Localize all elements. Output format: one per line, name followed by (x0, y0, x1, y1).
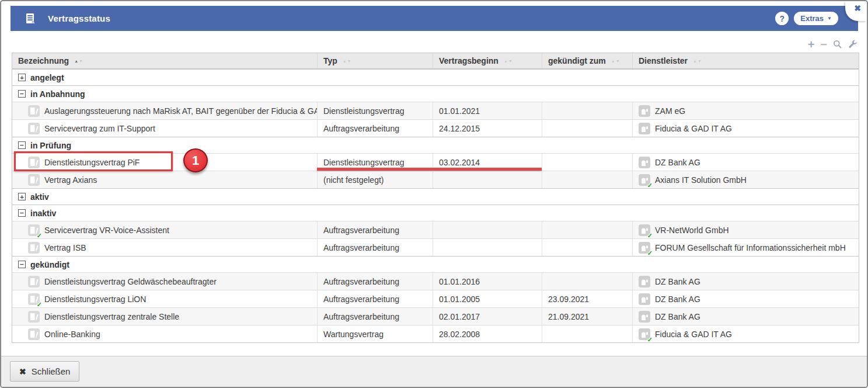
help-button[interactable]: ? (775, 12, 789, 25)
cell-bezeichnung: Dienstleistungsvertrag zentrale Stelle (12, 308, 318, 325)
cell-gekuendigt-zum (542, 325, 633, 342)
contract-name: Vertrag Axians (44, 175, 97, 185)
check-icon: ✓ (37, 301, 42, 308)
cell-gekuendigt-zum (542, 171, 633, 188)
group-row[interactable]: −in Prüfung (12, 137, 859, 153)
collapse-icon[interactable]: − (18, 90, 26, 98)
table-row[interactable]: Auslagerungssteuerung nach MaRisk AT, BA… (12, 102, 859, 119)
cell-gekuendigt-zum (542, 239, 633, 256)
document-icon (24, 12, 36, 25)
table-row[interactable]: Vertrag ISBAuftragsverarbeitung✓FORUM Ge… (12, 238, 859, 256)
contract-icon (28, 174, 40, 186)
cell-dienstleister: Fiducia & GAD IT AG (633, 120, 859, 137)
cell-bezeichnung: ✓Dienstleistungsvertrag LiON (12, 290, 318, 307)
cell-vertragsbeginn: 02.01.2017 (433, 308, 542, 325)
table-row[interactable]: ✓Dienstleistungsvertrag LiONAuftragsvera… (12, 290, 859, 307)
cell-bezeichnung: Dienstleistungsvertrag Geldwäschebeauftr… (12, 273, 318, 290)
column-header-4[interactable]: Dienstleister▲▼ (633, 53, 859, 68)
table-row[interactable]: ✓Servicevertrag VR-Voice-AssistentAuftra… (12, 221, 859, 238)
search-icon[interactable] (833, 40, 842, 49)
sort-icons: ▲▼ (74, 59, 83, 63)
company-icon (639, 105, 650, 117)
group-row[interactable]: +aktiv (12, 188, 859, 205)
table-row[interactable]: Vertrag Axians(nicht festgelegt)✓Axians … (12, 171, 859, 188)
provider-name: Fiducia & GAD IT AG (655, 330, 732, 339)
contract-name: Dienstleistungsvertrag Geldwäschebeauftr… (44, 277, 217, 286)
company-icon (639, 157, 650, 168)
cell-bezeichnung: Online-Banking (12, 325, 318, 342)
contract-icon (28, 276, 40, 287)
check-icon: ✓ (647, 182, 653, 189)
group-row[interactable]: −inaktiv (12, 205, 859, 221)
footer-bar: ✖ Schließen (1, 356, 867, 387)
cell-vertragsbeginn: 01.01.2016 (433, 273, 542, 290)
add-icon[interactable]: + (808, 40, 815, 49)
wrench-icon[interactable] (848, 40, 857, 49)
cell-vertragsbeginn (433, 221, 542, 238)
table-row[interactable]: Dienstleistungsvertrag Geldwäschebeauftr… (12, 272, 859, 290)
table-row[interactable]: Dienstleistungsvertrag zentrale StelleAu… (12, 307, 859, 325)
column-header-2[interactable]: Vertragsbeginn▲▼ (433, 53, 542, 68)
sort-icons: ▲▼ (343, 59, 352, 63)
cell-typ: Auftragsverarbeitung (318, 273, 433, 290)
sort-asc-icon: ▲ (693, 59, 698, 63)
provider-name: VR-NetWorld GmbH (655, 226, 729, 235)
table-row[interactable]: Servicevertrag zum IT-SupportAuftragsver… (12, 119, 859, 137)
contract-status-window: Vertragsstatus ? Extras ▼ ✖ + − Bezeichn… (0, 0, 868, 388)
cell-typ: Wartungsvertrag (318, 325, 433, 342)
cell-vertragsbeginn: 01.01.2005 (433, 290, 542, 307)
extras-button[interactable]: Extras ▼ (794, 12, 838, 25)
expand-icon[interactable]: + (18, 74, 26, 81)
cell-typ: Auftragsverarbeitung (318, 239, 433, 256)
cell-dienstleister: DZ Bank AG (633, 154, 859, 171)
sort-icons: ▲▼ (611, 59, 621, 63)
cell-dienstleister: ✓Axians IT Solution GmbH (633, 171, 859, 188)
cell-bezeichnung: Auslagerungssteuerung nach MaRisk AT, BA… (12, 102, 318, 119)
collapse-icon[interactable]: − (18, 141, 26, 149)
check-icon: ✓ (37, 232, 42, 239)
company-icon: ✓ (639, 174, 650, 186)
collapse-icon[interactable]: − (18, 209, 26, 217)
column-header-3[interactable]: gekündigt zum▲▼ (542, 53, 633, 68)
collapse-icon[interactable]: − (18, 261, 26, 268)
check-icon: ✓ (647, 336, 653, 343)
cell-gekuendigt-zum: 21.09.2021 (542, 308, 633, 325)
cell-typ: Dienstleistungsvertrag (318, 102, 433, 119)
table-toolbar: + − (808, 40, 857, 49)
schliessen-label: Schließen (32, 366, 71, 376)
contract-icon: ✓ (28, 293, 40, 305)
group-label: angelegt (30, 73, 64, 82)
cell-bezeichnung: Servicevertrag zum IT-Support (12, 120, 318, 137)
sort-asc-icon: ▲ (74, 59, 79, 63)
group-row[interactable]: −in Anbahnung (12, 85, 859, 102)
remove-icon[interactable]: − (820, 40, 827, 49)
schliessen-button[interactable]: ✖ Schließen (10, 361, 79, 382)
column-header-0[interactable]: Bezeichnung▲▼ (12, 53, 318, 68)
group-row[interactable]: +angelegt (12, 69, 859, 85)
chevron-down-icon: ▼ (827, 16, 832, 21)
cell-vertragsbeginn: 28.02.2008 (433, 325, 542, 342)
provider-name: Axians IT Solution GmbH (655, 175, 747, 185)
cell-bezeichnung: Vertrag Axians (12, 171, 318, 188)
sort-desc-icon: ▼ (698, 59, 702, 63)
group-label: in Prüfung (30, 141, 71, 150)
contract-name: Online-Banking (44, 330, 100, 339)
table-header-row: Bezeichnung▲▼Typ▲▼Vertragsbeginn▲▼gekünd… (12, 53, 859, 69)
contract-icon: ✓ (28, 224, 40, 236)
provider-name: DZ Bank AG (655, 295, 700, 304)
cell-dienstleister: DZ Bank AG (633, 308, 859, 325)
table-row[interactable]: Online-BankingWartungsvertrag28.02.2008✓… (12, 325, 859, 342)
cell-gekuendigt-zum (542, 221, 633, 238)
cell-dienstleister: ✓Fiducia & GAD IT AG (633, 325, 859, 342)
cell-vertragsbeginn (433, 239, 542, 256)
sort-desc-icon: ▼ (616, 59, 621, 63)
column-header-1[interactable]: Typ▲▼ (318, 53, 433, 68)
cell-gekuendigt-zum (542, 102, 633, 119)
group-row[interactable]: −gekündigt (12, 256, 859, 272)
close-x-icon: ✖ (19, 367, 26, 376)
sort-icons: ▲▼ (504, 59, 513, 63)
provider-name: Fiducia & GAD IT AG (655, 124, 732, 133)
expand-icon[interactable]: + (18, 193, 26, 200)
cell-dienstleister: ✓VR-NetWorld GmbH (633, 221, 859, 238)
provider-name: DZ Bank AG (655, 158, 700, 167)
